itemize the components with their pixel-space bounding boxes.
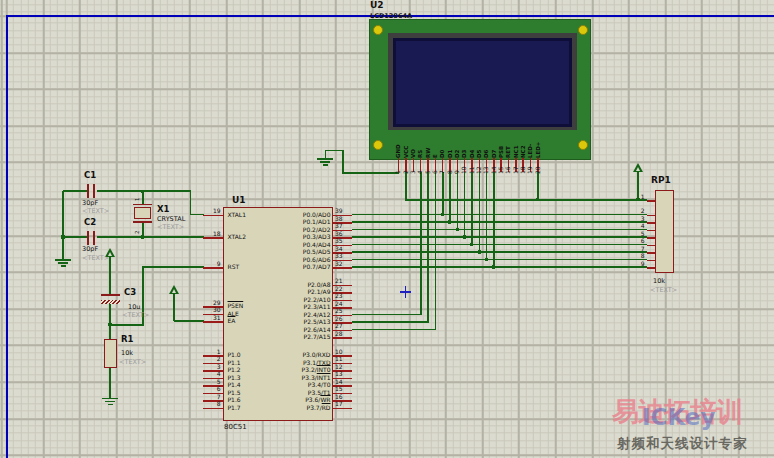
wire[interactable]: [405, 172, 407, 200]
pin-names: P2.0/A8P2.1/A9P2.2/A10P2.3/A11P2.4/A12P2…: [240, 281, 331, 341]
wire[interactable]: [142, 191, 144, 205]
respack-pin[interactable]: 9: [628, 262, 655, 270]
wire[interactable]: [352, 251, 647, 253]
pin-stub[interactable]: [647, 200, 655, 202]
wire[interactable]: [479, 172, 481, 253]
lcd-pin[interactable]: D0 7: [439, 130, 446, 175]
lcd-pin[interactable]: E 6: [431, 130, 438, 175]
lcd-pin[interactable]: RW 5: [424, 130, 431, 175]
respack-body[interactable]: [655, 190, 674, 273]
pin-number: 11: [469, 166, 475, 174]
lcd-pin[interactable]: VO 3: [409, 130, 416, 175]
wire[interactable]: [352, 314, 422, 316]
wire[interactable]: [493, 172, 495, 268]
wire[interactable]: [109, 257, 111, 294]
wire[interactable]: [486, 172, 488, 260]
pin-number: 28: [335, 331, 343, 337]
wire[interactable]: [420, 172, 422, 315]
wire[interactable]: [352, 321, 429, 323]
pin-stub[interactable]: [647, 267, 655, 269]
pin-stub[interactable]: [203, 408, 223, 410]
resistor-body[interactable]: [104, 339, 117, 369]
junction-dot: [61, 235, 64, 238]
wire[interactable]: [352, 244, 647, 246]
wire[interactable]: [352, 236, 647, 238]
pin-group: 3938373635343332: [333, 209, 352, 269]
mcu-pin[interactable]: 31: [203, 316, 223, 324]
lcd-pin[interactable]: D1 8: [446, 130, 453, 175]
wire[interactable]: [352, 266, 647, 268]
capacitor-plate[interactable]: [101, 294, 120, 297]
wire[interactable]: [325, 150, 343, 152]
wire[interactable]: [352, 329, 436, 331]
wire[interactable]: [449, 172, 451, 223]
wire[interactable]: [537, 172, 539, 200]
lcd-pin[interactable]: RET 16: [505, 130, 512, 175]
mcu-pin[interactable]: 18: [203, 232, 223, 240]
lcd-pin[interactable]: LED+ 20: [534, 130, 541, 175]
lcd-pin[interactable]: LED- 19: [527, 130, 534, 175]
wire[interactable]: [110, 324, 143, 326]
wire[interactable]: [342, 150, 344, 174]
mcu-pin[interactable]: 17: [333, 402, 352, 410]
capacitor-plate-hatched[interactable]: [101, 300, 120, 304]
wire[interactable]: [435, 172, 437, 330]
wire[interactable]: [427, 172, 429, 323]
mcu-pin[interactable]: 32: [333, 262, 352, 270]
capacitor-plate[interactable]: [87, 184, 89, 198]
wire[interactable]: [352, 214, 647, 216]
pin-name: D1: [447, 150, 453, 158]
mcu-pin[interactable]: 19: [203, 209, 223, 217]
capacitor-plate[interactable]: [87, 231, 89, 245]
pin-number: 37: [335, 223, 343, 229]
pin-stub[interactable]: [203, 237, 223, 239]
wire[interactable]: [143, 266, 204, 268]
crystal-plate[interactable]: [133, 204, 152, 206]
screw-hole-icon: [373, 140, 383, 150]
mcu-pin[interactable]: 9: [203, 262, 223, 270]
pin-stub[interactable]: [203, 267, 223, 269]
lcd-pin[interactable]: GND 1: [395, 130, 402, 175]
wire[interactable]: [62, 191, 64, 259]
pin-name: LED+: [535, 142, 541, 158]
wire[interactable]: [352, 221, 647, 223]
capacitor-plate[interactable]: [93, 231, 95, 245]
lcd-pin[interactable]: D6 13: [483, 130, 490, 175]
respack-pin[interactable]: 1: [628, 195, 655, 203]
wire[interactable]: [97, 236, 204, 238]
wire[interactable]: [190, 214, 204, 216]
lcd-pin[interactable]: VCC 2: [402, 130, 409, 175]
pin-stub[interactable]: [333, 337, 352, 339]
wire[interactable]: [471, 172, 473, 245]
wire[interactable]: [109, 304, 111, 339]
pin-stub[interactable]: [333, 408, 352, 410]
wire[interactable]: [457, 172, 459, 230]
pin-number: 8: [641, 253, 645, 259]
wire[interactable]: [442, 172, 444, 215]
pin-number: 26: [335, 316, 343, 322]
wire[interactable]: [63, 190, 88, 192]
pin-stub[interactable]: [203, 321, 223, 323]
component-value: 30pF: [82, 199, 98, 207]
wire[interactable]: [352, 229, 647, 231]
wire[interactable]: [109, 368, 111, 398]
wire[interactable]: [325, 150, 327, 158]
wire[interactable]: [464, 172, 466, 238]
pin-stub[interactable]: [333, 267, 352, 269]
lcd-pin[interactable]: RS 4: [417, 130, 424, 175]
wire[interactable]: [190, 190, 192, 215]
mcu-pin[interactable]: 8: [203, 402, 223, 410]
wire[interactable]: [174, 320, 204, 322]
wire[interactable]: [173, 294, 175, 321]
capacitor-plate[interactable]: [93, 184, 95, 198]
pin-stub[interactable]: [203, 215, 223, 217]
mcu-pin[interactable]: 28: [333, 332, 352, 340]
wire[interactable]: [63, 236, 88, 238]
wire[interactable]: [342, 172, 399, 174]
crystal-plate[interactable]: [133, 221, 152, 223]
lcd-pin[interactable]: D3 10: [461, 130, 468, 175]
component-model: LCD12864A: [370, 12, 412, 20]
pin-group: 9: [203, 262, 223, 270]
wire[interactable]: [352, 259, 647, 261]
crystal-body[interactable]: [134, 207, 151, 219]
